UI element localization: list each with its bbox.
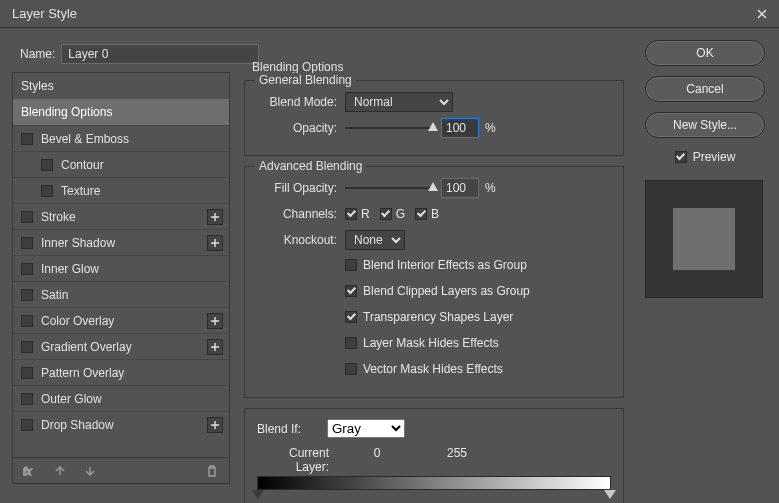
opt-trans-label: Transparency Shapes Layer [363, 310, 513, 324]
fill-opacity-label: Fill Opacity: [257, 181, 345, 195]
opt-layer-mask-label: Layer Mask Hides Effects [363, 336, 499, 350]
checkbox-icon[interactable] [21, 419, 33, 431]
current-layer-range: Current Layer: 0 255 [257, 446, 611, 490]
channel-b-label: B [431, 207, 439, 221]
fill-opacity-slider[interactable] [345, 187, 435, 189]
channel-b-checkbox[interactable] [415, 208, 427, 220]
checkbox-icon[interactable] [41, 159, 53, 171]
channel-r-checkbox[interactable] [345, 208, 357, 220]
checkbox-icon[interactable] [21, 289, 33, 301]
blend-if-select[interactable]: Gray [327, 419, 405, 438]
styles-item-pattern-overlay[interactable]: Pattern Overlay [13, 359, 229, 385]
ok-button[interactable]: OK [645, 40, 765, 66]
styles-item-inner-glow[interactable]: Inner Glow [13, 255, 229, 281]
blend-if-group: Blend If: Gray Current Layer: 0 255 Unde… [244, 408, 624, 503]
preview-checkbox[interactable] [675, 151, 687, 163]
plus-icon[interactable] [207, 235, 223, 251]
arrow-down-icon[interactable] [81, 462, 99, 480]
styles-toolbar: fx [13, 457, 229, 483]
styles-item-color-overlay[interactable]: Color Overlay [13, 307, 229, 333]
plus-icon[interactable] [207, 417, 223, 433]
current-layer-ramp[interactable] [257, 476, 611, 490]
plus-icon[interactable] [207, 339, 223, 355]
knockout-label: Knockout: [257, 233, 345, 247]
opt-layer-mask-checkbox[interactable] [345, 337, 357, 349]
opt-clipped-label: Blend Clipped Layers as Group [363, 284, 530, 298]
slider-handle-icon[interactable] [252, 490, 264, 499]
arrow-up-icon[interactable] [51, 462, 69, 480]
opt-interior-checkbox[interactable] [345, 259, 357, 271]
name-label: Name: [20, 47, 55, 61]
center-panel: Blending Options General Blending Blend … [244, 60, 624, 488]
checkbox-icon[interactable] [21, 393, 33, 405]
name-row: Name: [20, 44, 259, 64]
close-icon[interactable] [753, 5, 771, 23]
checkbox-icon[interactable] [41, 185, 53, 197]
opt-interior-label: Blend Interior Effects as Group [363, 258, 527, 272]
current-layer-high: 255 [437, 446, 477, 474]
styles-item-inner-shadow[interactable]: Inner Shadow [13, 229, 229, 255]
preview-label: Preview [693, 150, 736, 164]
styles-header[interactable]: Styles [13, 73, 229, 99]
opt-trans-checkbox[interactable] [345, 311, 357, 323]
blend-if-label: Blend If: [257, 422, 317, 436]
current-layer-low: 0 [357, 446, 397, 474]
opt-vector-mask-label: Vector Mask Hides Effects [363, 362, 503, 376]
channel-g-label: G [396, 207, 405, 221]
section-title: Blending Options [244, 60, 624, 74]
general-legend: General Blending [255, 73, 356, 87]
opt-vector-mask-checkbox[interactable] [345, 363, 357, 375]
slider-handle-icon[interactable] [604, 490, 616, 499]
trash-icon[interactable] [203, 462, 221, 480]
plus-icon[interactable] [207, 313, 223, 329]
channel-r-label: R [361, 207, 370, 221]
checkbox-icon[interactable] [21, 315, 33, 327]
plus-icon[interactable] [207, 209, 223, 225]
styles-item-blending-options[interactable]: Blending Options [13, 99, 229, 125]
new-style-button[interactable]: New Style... [645, 112, 765, 138]
blend-mode-label: Blend Mode: [257, 95, 345, 109]
titlebar: Layer Style [0, 0, 779, 28]
right-column: OK Cancel New Style... Preview [645, 40, 765, 298]
fill-opacity-percent: % [485, 181, 496, 195]
styles-panel: Styles Blending Options Bevel & Emboss C… [12, 72, 230, 484]
general-blending-group: General Blending Blend Mode: Normal Opac… [244, 80, 624, 156]
styles-item-drop-shadow[interactable]: Drop Shadow [13, 411, 229, 437]
styles-item-bevel-emboss[interactable]: Bevel & Emboss [13, 125, 229, 151]
current-layer-label: Current Layer: [257, 446, 357, 474]
blend-mode-select[interactable]: Normal [345, 92, 453, 112]
styles-item-stroke[interactable]: Stroke [13, 203, 229, 229]
advanced-blending-group: Advanced Blending Fill Opacity: % Channe… [244, 166, 624, 398]
styles-item-satin[interactable]: Satin [13, 281, 229, 307]
channels-label: Channels: [257, 207, 345, 221]
fx-icon[interactable]: fx [21, 462, 39, 480]
advanced-legend: Advanced Blending [255, 159, 366, 173]
opacity-percent: % [485, 121, 496, 135]
styles-item-gradient-overlay[interactable]: Gradient Overlay [13, 333, 229, 359]
checkbox-icon[interactable] [21, 211, 33, 223]
checkbox-icon[interactable] [21, 133, 33, 145]
checkbox-icon[interactable] [21, 263, 33, 275]
styles-item-contour[interactable]: Contour [13, 151, 229, 177]
fill-opacity-input[interactable] [441, 178, 479, 198]
styles-item-texture[interactable]: Texture [13, 177, 229, 203]
checkbox-icon[interactable] [21, 341, 33, 353]
name-input[interactable] [61, 44, 259, 64]
cancel-button[interactable]: Cancel [645, 76, 765, 102]
checkbox-icon[interactable] [21, 367, 33, 379]
styles-item-outer-glow[interactable]: Outer Glow [13, 385, 229, 411]
checkbox-icon[interactable] [21, 237, 33, 249]
opacity-input[interactable] [441, 118, 479, 138]
opt-clipped-checkbox[interactable] [345, 285, 357, 297]
channel-g-checkbox[interactable] [380, 208, 392, 220]
opacity-label: Opacity: [257, 121, 345, 135]
window-title: Layer Style [12, 6, 753, 21]
knockout-select[interactable]: None [345, 230, 405, 250]
preview-swatch [645, 180, 763, 298]
svg-text:fx: fx [23, 465, 32, 477]
opacity-slider[interactable] [345, 127, 435, 129]
